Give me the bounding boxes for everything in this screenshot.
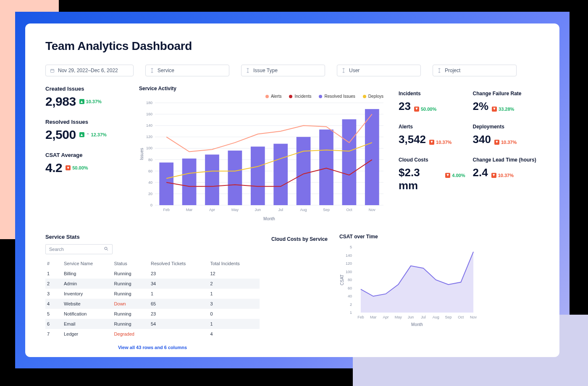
col-header[interactable]: # — [45, 258, 62, 269]
col-header[interactable]: Status — [113, 258, 149, 269]
legend-swatch — [289, 95, 292, 98]
right-kpis: Incidents 23 ▼50.00% Change Failure Rate… — [399, 86, 539, 192]
kpi-label: CSAT Average — [45, 152, 127, 158]
svg-text:0: 0 — [150, 203, 152, 207]
cell-index: 6 — [45, 319, 62, 329]
table-row[interactable]: 3InventoryRunning11 — [45, 289, 260, 299]
cell-incidents: 12 — [208, 269, 260, 279]
chart-legend: Alerts Incidents Resolved Issues Deploys — [139, 94, 387, 99]
table-row[interactable]: 1BillingRunning2312 — [45, 269, 260, 279]
arrow-down-icon: ▼ — [494, 140, 499, 145]
kpi-delta: ▲⌃12.37% — [79, 132, 107, 137]
kpi-value: 23 — [399, 100, 411, 113]
cell-service-name: Ledger — [62, 329, 113, 339]
cursor-icon — [246, 68, 250, 73]
csat-chart-svg: 124060801001201405FebMarAprMayJunJulAugS… — [339, 244, 482, 328]
kpi-label: Change Lead Time (hours) — [473, 157, 540, 163]
kpi-label: Alerts — [399, 124, 465, 130]
arrow-down-icon: ▼ — [414, 107, 419, 112]
service-filter-label: Service — [158, 68, 174, 73]
kpi-label: Cloud Costs — [399, 157, 465, 163]
cell-service-name: Admin — [62, 279, 113, 289]
cell-status: Running — [113, 279, 149, 289]
dashboard-panel: Team Analytics Dashboard Nov 29, 2022–De… — [25, 23, 559, 357]
svg-text:Aug: Aug — [300, 208, 307, 212]
cell-service-name: Website — [62, 299, 113, 309]
svg-rect-26 — [273, 144, 288, 205]
project-filter[interactable]: Project — [433, 65, 517, 76]
arrow-down-icon: ▼ — [66, 165, 71, 170]
table-row[interactable]: 4WebsiteDown653 — [45, 299, 260, 309]
cursor-icon — [437, 68, 441, 73]
kpi-cloud-costs: Cloud Costs $2.3 mm ▼4.00% — [399, 157, 465, 192]
legend-swatch — [363, 95, 366, 98]
page-title: Team Analytics Dashboard — [45, 39, 539, 53]
svg-rect-29 — [342, 119, 357, 205]
cell-resolved: 1 — [149, 289, 208, 299]
chevron-up-icon: ⌃ — [86, 133, 89, 137]
service-activity-svg: 020406080100120140160180FebMarAprMayJunJ… — [139, 100, 387, 222]
cell-incidents: 4 — [208, 329, 260, 339]
kpi-value: 340 — [473, 133, 491, 146]
table-row[interactable]: 2AdminRunning342 — [45, 279, 260, 289]
svg-text:May: May — [231, 208, 239, 212]
svg-rect-22 — [182, 159, 197, 205]
project-filter-label: Project — [445, 68, 460, 73]
kpi-change-failure-rate: Change Failure Rate 2% ▼33.28% — [473, 91, 540, 113]
arrow-down-icon: ▼ — [429, 140, 434, 145]
svg-text:40: 40 — [348, 294, 352, 298]
user-filter[interactable]: User — [337, 65, 421, 76]
calendar-icon — [50, 68, 55, 73]
svg-text:140: 140 — [146, 123, 152, 128]
cell-resolved — [149, 329, 208, 339]
arrow-up-icon: ▲ — [79, 99, 84, 104]
legend-label: Resolved Issues — [324, 94, 355, 99]
search-input[interactable]: Search — [45, 244, 113, 254]
svg-text:Jun: Jun — [255, 208, 261, 212]
svg-text:Mar: Mar — [370, 315, 377, 319]
kpi-label: Incidents — [399, 91, 465, 96]
kpi-delta: ▼50.00% — [414, 107, 436, 112]
left-kpis: Created Issues 2,983 ▲10.37% Resolved Is… — [45, 86, 127, 185]
col-header[interactable]: Resolved Tickets — [149, 258, 208, 269]
date-range-filter[interactable]: Nov 29, 2022–Dec 6, 2022 — [45, 65, 134, 76]
table-row[interactable]: 6EmailRunning541 — [45, 319, 260, 329]
svg-text:100: 100 — [146, 146, 152, 150]
view-all-link[interactable]: View all 43 rows and 6 columns — [45, 345, 260, 350]
svg-text:2: 2 — [350, 303, 352, 307]
kpi-delta: ▲10.37% — [79, 99, 102, 104]
arrow-down-icon: ▼ — [491, 173, 496, 178]
table-row[interactable]: 5NotificationRunning230 — [45, 309, 260, 319]
col-header[interactable]: Total Incidents — [208, 258, 260, 269]
kpi-delta: ▼4.00% — [445, 173, 465, 178]
svg-text:60: 60 — [148, 169, 152, 173]
svg-text:Aug: Aug — [433, 315, 439, 319]
col-header[interactable]: Service Name — [62, 258, 113, 269]
kpi-deployments: Deployments 340 ▼10.37% — [473, 124, 540, 146]
cell-service-name: Email — [62, 319, 113, 329]
cell-status: Running — [113, 269, 149, 279]
svg-text:140: 140 — [346, 253, 352, 258]
cell-incidents: 3 — [208, 299, 260, 309]
svg-text:60: 60 — [348, 286, 352, 290]
issue-type-filter-label: Issue Type — [253, 68, 278, 73]
cell-index: 4 — [45, 299, 62, 309]
arrow-up-icon: ▲ — [79, 132, 84, 137]
service-filter[interactable]: Service — [145, 65, 229, 76]
svg-text:CSAT: CSAT — [340, 274, 344, 285]
kpi-created-issues: Created Issues 2,983 ▲10.37% — [45, 86, 127, 109]
svg-rect-25 — [251, 146, 265, 205]
legend-label: Deploys — [368, 94, 383, 99]
kpi-csat-average: CSAT Average 4.2 ▼50.00% — [45, 152, 127, 175]
table-row[interactable]: 7LedgerDegraded4 — [45, 329, 260, 339]
svg-text:180: 180 — [146, 101, 152, 105]
search-placeholder-text: Search — [49, 247, 64, 252]
svg-text:80: 80 — [148, 158, 152, 162]
issue-type-filter[interactable]: Issue Type — [241, 65, 325, 76]
cell-service-name: Notification — [62, 309, 113, 319]
legend-label: Alerts — [271, 94, 282, 99]
kpi-incidents: Incidents 23 ▼50.00% — [399, 91, 465, 113]
kpi-label: Deployments — [473, 124, 540, 130]
kpi-value: 4.2 — [45, 161, 62, 175]
svg-text:100: 100 — [346, 270, 352, 274]
